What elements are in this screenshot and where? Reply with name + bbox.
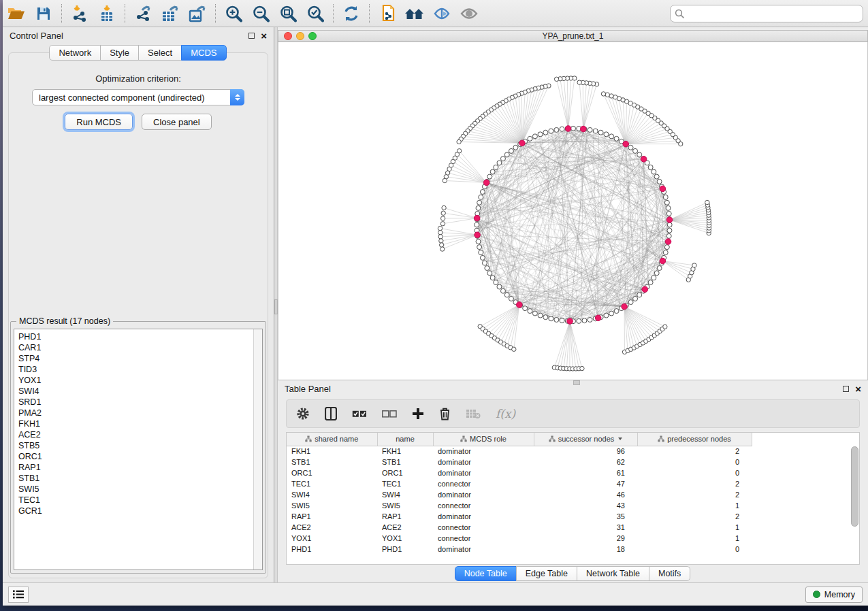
tab-motifs[interactable]: Motifs	[649, 566, 690, 581]
mcds-result-node[interactable]: PHD1	[18, 331, 262, 342]
mcds-hub-node[interactable]	[595, 315, 601, 321]
mcds-result-node[interactable]: TEC1	[18, 495, 262, 506]
mcds-hub-node[interactable]	[475, 232, 481, 238]
leaf-node[interactable]	[440, 247, 445, 251]
function-builder-button[interactable]: f(x)	[496, 403, 515, 424]
table-settings-button[interactable]	[296, 403, 310, 424]
import-network-button[interactable]	[66, 2, 93, 25]
network-node[interactable]	[614, 309, 619, 314]
network-node[interactable]	[652, 169, 656, 174]
leaf-node[interactable]	[663, 325, 667, 329]
mcds-result-node[interactable]: CAR1	[18, 342, 262, 353]
network-window-titlebar[interactable]: YPA_prune.txt_1	[278, 30, 868, 42]
tab-node-table[interactable]: Node Table	[455, 566, 517, 581]
network-node[interactable]	[543, 130, 548, 135]
optimization-criterion-select[interactable]: largest connected component (undirected)	[32, 89, 244, 105]
column-header-shared-name[interactable]: shared name	[287, 433, 377, 446]
network-node[interactable]	[666, 212, 671, 216]
column-header-predecessor-nodes[interactable]: predecessor nodes	[637, 433, 752, 446]
network-node[interactable]	[500, 156, 505, 161]
network-node[interactable]	[667, 228, 672, 233]
network-node[interactable]	[538, 132, 543, 137]
control-panel-close-icon[interactable]: ×	[261, 31, 267, 41]
network-node[interactable]	[532, 311, 537, 316]
delete-table-button[interactable]	[466, 403, 481, 424]
leaf-node[interactable]	[577, 80, 581, 84]
leaf-node[interactable]	[554, 77, 558, 81]
network-node[interactable]	[480, 255, 485, 260]
leaf-node[interactable]	[442, 205, 446, 210]
select-all-rows-button[interactable]	[352, 403, 367, 424]
network-node[interactable]	[494, 280, 498, 285]
network-node[interactable]	[485, 266, 489, 271]
mcds-result-node[interactable]: TID3	[18, 364, 262, 375]
save-session-button[interactable]	[30, 2, 57, 25]
network-node[interactable]	[554, 317, 559, 322]
mcds-hub-node[interactable]	[642, 286, 648, 293]
zoom-selected-button[interactable]	[302, 2, 329, 25]
mcds-hub-node[interactable]	[641, 156, 647, 163]
network-node[interactable]	[509, 296, 513, 301]
mcds-result-node[interactable]: SWI4	[18, 386, 262, 397]
table-panel-float-icon[interactable]	[843, 386, 849, 392]
mcds-result-node[interactable]: SRD1	[18, 397, 262, 408]
network-canvas[interactable]	[278, 42, 868, 380]
table-row[interactable]: STB1STB1dominator620	[287, 457, 752, 467]
delete-column-button[interactable]	[439, 403, 451, 424]
leaf-node[interactable]	[440, 222, 445, 226]
table-row[interactable]: ORC1ORC1dominator610	[287, 467, 752, 478]
show-panels-button[interactable]	[455, 2, 483, 25]
network-node[interactable]	[604, 132, 609, 137]
search-input[interactable]	[685, 7, 863, 20]
table-row[interactable]: SWI5SWI5connector431	[287, 500, 752, 511]
task-history-button[interactable]	[8, 587, 29, 603]
network-node[interactable]	[523, 306, 528, 311]
mcds-result-node[interactable]: RAP1	[18, 462, 262, 473]
table-row[interactable]: PHD1PHD1dominator180	[287, 544, 752, 555]
network-node[interactable]	[667, 222, 672, 227]
deselect-all-rows-button[interactable]	[382, 403, 397, 424]
table-row[interactable]: SWI4SWI4dominator462	[287, 489, 752, 500]
network-node[interactable]	[652, 276, 656, 280]
network-node[interactable]	[490, 169, 495, 174]
import-table-button[interactable]	[93, 2, 120, 25]
mcds-result-node[interactable]: ORC1	[18, 451, 262, 462]
mcds-result-node[interactable]: PMA2	[18, 408, 262, 418]
mcds-result-node[interactable]: FKH1	[18, 418, 262, 429]
column-header-name[interactable]: name	[377, 433, 433, 446]
zoom-out-button[interactable]	[247, 2, 274, 25]
tab-edge-table[interactable]: Edge Table	[516, 566, 577, 581]
mcds-result-node[interactable]: SWI5	[18, 484, 262, 495]
leaf-node[interactable]	[438, 235, 443, 239]
network-node[interactable]	[666, 233, 671, 238]
network-node[interactable]	[477, 245, 482, 250]
mcds-result-list[interactable]: PHD1CAR1STP4TID3YOX1SWI4SRD1PMA2FKH1ACE2…	[14, 329, 263, 570]
leaf-node[interactable]	[705, 200, 709, 204]
network-node[interactable]	[549, 129, 553, 133]
network-node[interactable]	[593, 129, 598, 133]
network-node[interactable]	[633, 148, 638, 153]
network-node[interactable]	[609, 134, 614, 139]
open-session-network-button[interactable]	[374, 2, 401, 25]
mcds-result-node[interactable]: STB1	[18, 473, 262, 484]
mcds-hub-node[interactable]	[567, 318, 573, 325]
mcds-hub-node[interactable]	[581, 126, 587, 132]
mcds-hub-node[interactable]	[483, 180, 489, 186]
network-node[interactable]	[637, 293, 642, 297]
table-scrollbar[interactable]	[851, 446, 858, 527]
network-node[interactable]	[588, 317, 592, 322]
close-panel-button[interactable]: Close panel	[142, 114, 212, 130]
mcds-hub-node[interactable]	[474, 215, 480, 221]
result-list-scrollbar[interactable]	[253, 329, 262, 569]
network-node[interactable]	[497, 161, 502, 165]
network-node[interactable]	[487, 174, 492, 179]
mcds-result-node[interactable]: ACE2	[18, 429, 262, 440]
network-node[interactable]	[614, 136, 619, 141]
network-graph[interactable]	[278, 42, 867, 380]
network-node[interactable]	[571, 126, 576, 131]
leaf-node[interactable]	[512, 347, 516, 351]
mcds-result-node[interactable]: STB5	[18, 440, 262, 451]
network-node[interactable]	[497, 284, 502, 289]
network-node[interactable]	[657, 179, 662, 184]
column-header-MCDS-role[interactable]: MCDS role	[433, 433, 534, 446]
